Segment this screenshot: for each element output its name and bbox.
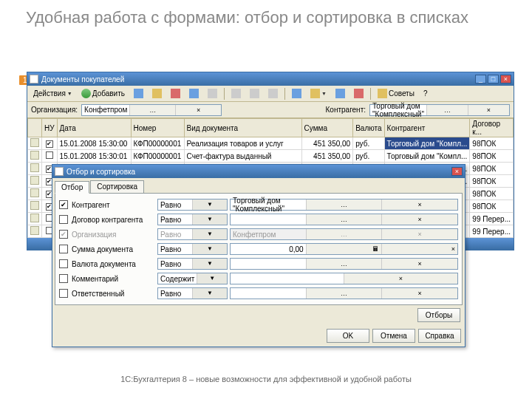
checkbox[interactable]: [59, 245, 68, 253]
col-icon[interactable]: [28, 119, 42, 137]
row-icon: [30, 176, 39, 185]
dialog-title: Отбор и сортировка: [66, 168, 450, 176]
nav-icon: [189, 89, 199, 98]
tool-icon: [268, 89, 278, 98]
filter-label: Ответственный: [70, 290, 155, 298]
org-label: Организация:: [31, 106, 78, 114]
checkbox[interactable]: [59, 274, 68, 283]
operator-combo[interactable]: Равно▼: [157, 243, 228, 255]
filter-bar: Организация: Конфетпром … × Контрагент: …: [27, 102, 514, 118]
filter-label: Договор контрагента: [70, 216, 155, 224]
help-button[interactable]: ?: [420, 87, 432, 100]
row-icon: [30, 214, 39, 222]
checkbox[interactable]: ✔: [59, 230, 68, 239]
separator: [224, 88, 225, 100]
value-field[interactable]: 0,00🖩×: [230, 243, 458, 255]
value-field[interactable]: …×: [230, 287, 458, 299]
dialog-icon: [55, 167, 64, 176]
clear-button[interactable]: ×: [468, 105, 509, 115]
report-icon: [292, 89, 301, 98]
toolbar: Действия▼ Добавить ▼ Советы ?: [27, 86, 514, 102]
refresh-icon: [208, 89, 217, 98]
add-button[interactable]: Добавить: [78, 87, 129, 100]
toolbar-btn-4[interactable]: [185, 87, 202, 100]
operator-combo[interactable]: Равно▼: [157, 228, 228, 240]
checkbox[interactable]: ✔: [59, 200, 68, 209]
close-button[interactable]: ×: [500, 75, 511, 83]
toolbar-btn-8[interactable]: [265, 87, 282, 100]
toolbar-btn-2[interactable]: [149, 87, 166, 100]
filter-dialog: Отбор и сортировка × Отбор Сортировка ✔ …: [52, 164, 466, 347]
tab-sort[interactable]: Сортировка: [90, 180, 144, 193]
value-field[interactable]: Торговый дом "Комплексный"…×: [230, 199, 458, 211]
col-kind[interactable]: Вид документа: [184, 119, 301, 137]
dialog-titlebar: Отбор и сортировка ×: [52, 165, 465, 178]
filter-label: Контрагент: [70, 201, 155, 209]
separator: [284, 88, 285, 100]
col-nu[interactable]: НУ: [42, 119, 58, 137]
col-contractor[interactable]: Контрагент: [384, 119, 470, 137]
dialog-tabs: Отбор Сортировка: [52, 178, 465, 193]
toolbar-btn-10[interactable]: ▼: [307, 87, 330, 100]
toolbar-btn-11[interactable]: [332, 87, 349, 100]
toolbar-btn-5[interactable]: [204, 87, 221, 100]
toolbar-btn-3[interactable]: [167, 87, 184, 100]
help-button[interactable]: Справка: [418, 329, 461, 343]
info-icon: [310, 89, 320, 98]
operator-combo[interactable]: Равно▼: [157, 258, 228, 270]
col-currency[interactable]: Валюта: [353, 119, 384, 137]
tool2-icon: [335, 89, 345, 98]
col-sum[interactable]: Сумма: [301, 119, 353, 137]
cancel-button[interactable]: Отмена: [372, 329, 415, 343]
clear-button[interactable]: ×: [175, 105, 221, 115]
toolbar-btn-7[interactable]: [246, 87, 263, 100]
operator-combo[interactable]: Равно▼: [157, 287, 228, 299]
toolbar-btn-9[interactable]: [288, 87, 305, 100]
org-field[interactable]: Конфетпром … ×: [81, 104, 222, 116]
filter-label: Комментарий: [70, 275, 155, 283]
tips-button[interactable]: Советы: [374, 87, 418, 100]
col-number[interactable]: Номер: [131, 119, 184, 137]
separator: [370, 88, 371, 100]
checkbox[interactable]: [59, 215, 68, 224]
minimize-button[interactable]: _: [475, 75, 486, 83]
toolbar-btn-6[interactable]: [228, 87, 245, 100]
ok-button[interactable]: OK: [327, 329, 369, 343]
nu-check: ✔: [46, 140, 53, 148]
edit-icon: [152, 89, 162, 98]
row-icon: [30, 226, 39, 235]
table-row[interactable]: 15.01.2008 15:30:01КФП00000001Счет-факту…: [28, 150, 514, 163]
maximize-button[interactable]: □: [488, 75, 499, 83]
col-date[interactable]: Дата: [57, 119, 131, 137]
row-icon: [30, 201, 39, 210]
sort-icon: [250, 89, 259, 98]
col-contract[interactable]: Договор к...: [470, 119, 514, 137]
plus-icon: [81, 89, 91, 98]
checkbox[interactable]: [59, 289, 68, 298]
filter-icon: [231, 89, 241, 98]
checkbox[interactable]: [59, 259, 68, 268]
operator-combo[interactable]: Содержит▼: [157, 273, 228, 284]
ellipsis-button[interactable]: …: [426, 105, 468, 115]
operator-combo[interactable]: Равно▼: [157, 199, 228, 211]
toolbar-btn-12[interactable]: [350, 87, 367, 100]
operator-combo[interactable]: Равно▼: [157, 214, 228, 225]
filters-button[interactable]: Отборы: [417, 308, 460, 322]
delete-icon: [171, 89, 180, 98]
slide-title: Удобная работа с формами: отбор и сортир…: [0, 0, 532, 30]
contr-field[interactable]: Торговый дом "Комплексный" … ×: [369, 104, 510, 116]
tool3-icon: [354, 89, 364, 98]
nu-check: [46, 151, 53, 159]
tab-filter[interactable]: Отбор: [55, 181, 89, 194]
value-field[interactable]: ×: [230, 273, 458, 284]
ellipsis-button[interactable]: …: [129, 105, 175, 115]
toolbar-btn-1[interactable]: [130, 87, 147, 100]
table-row[interactable]: ✔ 15.01.2008 15:30:00КФП00000001Реализац…: [28, 137, 514, 150]
copy-icon: [134, 89, 143, 98]
value-field[interactable]: …×: [230, 214, 458, 225]
dialog-close-button[interactable]: ×: [451, 167, 463, 176]
actions-menu[interactable]: Действия▼: [30, 87, 76, 100]
row-icon: [30, 138, 39, 147]
value-field[interactable]: …×: [230, 258, 458, 270]
tips-icon: [378, 89, 387, 98]
